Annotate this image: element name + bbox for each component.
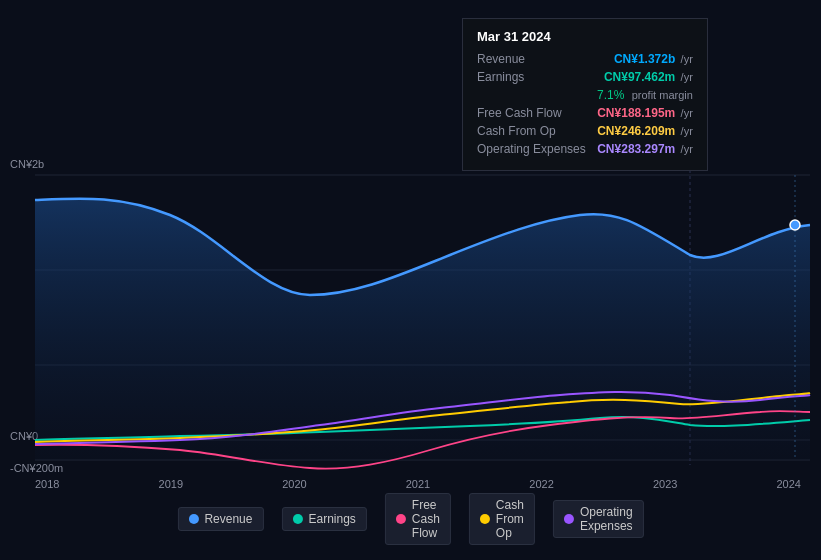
opex-label: Operating Expenses — [477, 142, 597, 156]
x-labels: 2018 2019 2020 2021 2022 2023 2024 — [0, 472, 821, 490]
tooltip: Mar 31 2024 Revenue CN¥1.372b /yr Earnin… — [462, 18, 708, 171]
profit-margin-label: profit margin — [632, 89, 693, 101]
tooltip-cfo-row: Cash From Op CN¥246.209m /yr — [477, 124, 693, 138]
tooltip-margin-row: 7.1% profit margin — [477, 88, 693, 102]
x-label-2023: 2023 — [653, 478, 677, 490]
fcf-value: CN¥188.195m — [597, 106, 675, 120]
x-label-2018: 2018 — [35, 478, 59, 490]
legend-label-revenue: Revenue — [204, 512, 252, 526]
x-label-2024: 2024 — [776, 478, 800, 490]
revenue-label: Revenue — [477, 52, 597, 66]
legend: Revenue Earnings Free Cash Flow Cash Fro… — [177, 493, 643, 545]
legend-opex[interactable]: Operating Expenses — [553, 500, 644, 538]
tooltip-revenue-row: Revenue CN¥1.372b /yr — [477, 52, 693, 66]
revenue-value: CN¥1.372b — [614, 52, 675, 66]
cfo-label: Cash From Op — [477, 124, 597, 138]
legend-dot-opex — [564, 514, 574, 524]
svg-point-7 — [790, 220, 800, 230]
x-label-2020: 2020 — [282, 478, 306, 490]
legend-label-cfo: Cash From Op — [496, 498, 524, 540]
x-label-2022: 2022 — [529, 478, 553, 490]
chart-container: Mar 31 2024 Revenue CN¥1.372b /yr Earnin… — [0, 0, 821, 560]
legend-revenue[interactable]: Revenue — [177, 507, 263, 531]
tooltip-fcf-row: Free Cash Flow CN¥188.195m /yr — [477, 106, 693, 120]
tooltip-opex-row: Operating Expenses CN¥283.297m /yr — [477, 142, 693, 156]
x-label-2019: 2019 — [159, 478, 183, 490]
cfo-suffix: /yr — [681, 125, 693, 137]
opex-value: CN¥283.297m — [597, 142, 675, 156]
revenue-suffix: /yr — [681, 53, 693, 65]
tooltip-date: Mar 31 2024 — [477, 29, 693, 44]
legend-dot-earnings — [292, 514, 302, 524]
earnings-suffix: /yr — [681, 71, 693, 83]
legend-label-opex: Operating Expenses — [580, 505, 633, 533]
earnings-label: Earnings — [477, 70, 597, 84]
legend-label-earnings: Earnings — [308, 512, 355, 526]
fcf-suffix: /yr — [681, 107, 693, 119]
legend-dot-fcf — [396, 514, 406, 524]
profit-margin-value: 7.1% — [597, 88, 624, 102]
x-label-2021: 2021 — [406, 478, 430, 490]
legend-dot-revenue — [188, 514, 198, 524]
fcf-label: Free Cash Flow — [477, 106, 597, 120]
cfo-value: CN¥246.209m — [597, 124, 675, 138]
legend-dot-cfo — [480, 514, 490, 524]
opex-suffix: /yr — [681, 143, 693, 155]
earnings-value: CN¥97.462m — [604, 70, 675, 84]
tooltip-earnings-row: Earnings CN¥97.462m /yr — [477, 70, 693, 84]
legend-fcf[interactable]: Free Cash Flow — [385, 493, 451, 545]
legend-label-fcf: Free Cash Flow — [412, 498, 440, 540]
legend-cfo[interactable]: Cash From Op — [469, 493, 535, 545]
legend-earnings[interactable]: Earnings — [281, 507, 366, 531]
